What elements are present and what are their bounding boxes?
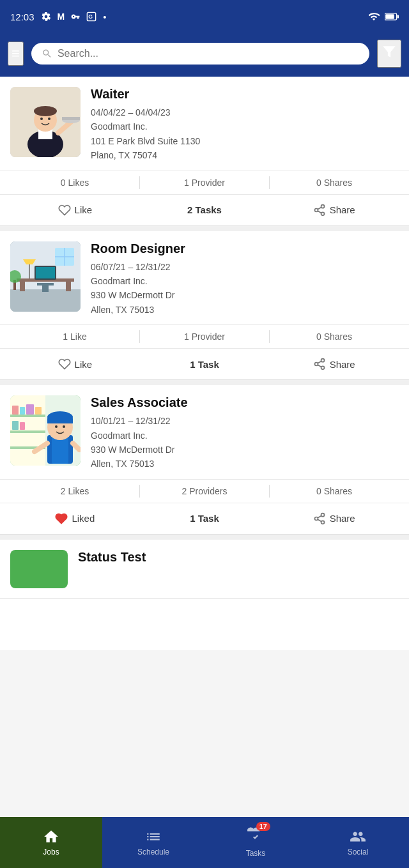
search-input[interactable] [58,48,359,59]
filter-icon [381,43,397,60]
likes-stat-sales-associate: 2 Likes [10,486,139,496]
job-title-sales-associate: Sales Associate [91,395,399,410]
svg-rect-26 [66,282,71,291]
svg-rect-22 [10,289,81,312]
share-label-room-designer: Share [330,359,355,370]
job-addr2-room-designer: Allen, TX 75013 [91,305,154,315]
svg-rect-58 [47,418,73,423]
actions-row-waiter: Like 2 Tasks Share [0,195,409,225]
svg-line-19 [318,211,321,213]
job-company-waiter: Goodmart Inc. [91,121,148,132]
shares-stat-room-designer: 0 Shares [270,331,399,342]
job-title-room-designer: Room Designer [91,241,399,256]
search-bar[interactable] [31,43,369,65]
svg-rect-28 [42,286,49,292]
nav-item-schedule[interactable]: Schedule [102,817,204,868]
nav-label-tasks: Tasks [246,849,266,858]
svg-rect-25 [20,282,25,291]
like-button-room-designer[interactable]: Like [10,355,140,373]
google-icon: G [86,11,96,22]
share-icon-sales-associate [313,512,326,525]
svg-rect-27 [37,283,54,286]
nav-item-tasks[interactable]: 17 Tasks [204,817,307,868]
job-addr2-waiter: Plano, TX 75074 [91,150,157,160]
job-meta-waiter: 04/04/22 – 04/04/23 Goodmart Inc. 101 E … [91,105,399,163]
svg-point-39 [314,363,318,366]
like-label-sales-associate: Liked [72,513,95,524]
svg-rect-53 [20,422,25,430]
svg-point-10 [34,106,57,116]
job-info-room-designer: Room Designer 06/07/21 – 12/31/22 Goodma… [91,241,399,317]
like-button-sales-associate[interactable]: Liked [10,510,140,528]
svg-point-38 [321,359,324,362]
svg-point-17 [314,208,318,211]
like-label-room-designer: Like [75,359,93,370]
partial-image-status-test [10,550,68,588]
nav-item-jobs[interactable]: Jobs [0,817,102,868]
likes-stat-room-designer: 1 Like [10,331,139,342]
home-icon [43,828,59,845]
svg-line-20 [318,207,321,209]
svg-point-11 [40,118,43,120]
job-meta-room-designer: 06/07/21 – 12/31/22 Goodmart Inc. 930 W … [91,260,399,317]
share-icon-room-designer [313,358,326,370]
svg-point-16 [321,204,324,208]
job-card-sales-associate: Sales Associate 10/01/21 – 12/31/22 Good… [0,385,409,535]
nav-item-social[interactable]: Social [307,817,409,868]
svg-point-59 [55,425,58,428]
share-button-waiter[interactable]: Share [269,201,399,219]
svg-rect-51 [35,407,42,415]
nav-label-social: Social [348,848,369,857]
gmail-icon: M [58,11,65,22]
section-divider-3 [0,535,409,540]
svg-point-40 [321,366,324,369]
tasks-button-sales-associate[interactable]: 1 Task [140,510,270,526]
key-icon [71,12,80,21]
heart-filled-icon-sales-associate [55,512,68,525]
tasks-button-waiter[interactable]: 2 Tasks [140,202,270,218]
share-button-room-designer[interactable]: Share [269,355,399,373]
partial-title-status-test: Status Test [78,550,146,565]
job-image-sales-associate [10,395,81,466]
provider-stat-room-designer: 1 Provider [140,331,269,342]
gear-icon [41,11,51,22]
battery-icon [385,12,399,21]
provider-stat-sales-associate: 2 Providers [140,486,269,496]
svg-point-60 [63,425,65,428]
job-company-room-designer: Goodmart Inc. [91,276,148,286]
svg-rect-46 [10,430,45,433]
actions-row-sales-associate: Liked 1 Task Share [0,503,409,534]
stats-row-waiter: 0 Likes 1 Provider 0 Shares [0,171,409,195]
svg-rect-3 [385,14,394,19]
svg-rect-30 [36,267,55,278]
job-date-waiter: 04/04/22 – 04/04/23 [91,107,171,118]
job-addr1-waiter: 101 E Park Blvd Suite 1130 [91,136,200,146]
shares-stat-sales-associate: 0 Shares [270,486,399,496]
job-main-room-designer: Room Designer 06/07/21 – 12/31/22 Goodma… [0,231,409,325]
partial-card-status-test: Status Test [0,540,409,599]
svg-point-12 [48,118,50,120]
like-button-waiter[interactable]: Like [10,201,140,219]
svg-rect-15 [62,117,80,120]
filter-button[interactable] [377,40,401,68]
svg-point-18 [321,212,324,215]
stats-row-sales-associate: 2 Likes 2 Providers 0 Shares [0,479,409,503]
job-card-room-designer: Room Designer 06/07/21 – 12/31/22 Goodma… [0,231,409,381]
svg-line-66 [318,519,321,521]
job-addr2-sales-associate: Allen, TX 75013 [91,459,154,469]
tasks-badge: 17 [256,822,270,831]
status-right [368,11,399,22]
job-image-waiter [10,87,81,157]
section-divider [0,226,409,231]
share-button-sales-associate[interactable]: Share [269,510,399,528]
social-icon [350,828,366,845]
share-label-waiter: Share [330,204,355,215]
job-addr1-room-designer: 930 W McDermott Dr [91,290,174,300]
job-company-sales-associate: Goodmart Inc. [91,430,148,441]
dot-indicator: • [103,11,106,22]
job-date-sales-associate: 10/01/21 – 12/31/22 [91,416,171,426]
tasks-button-room-designer[interactable]: 1 Task [140,356,270,372]
hamburger-button[interactable]: ≡ [8,42,24,66]
nav-label-jobs: Jobs [43,848,59,857]
svg-text:G: G [89,13,93,20]
